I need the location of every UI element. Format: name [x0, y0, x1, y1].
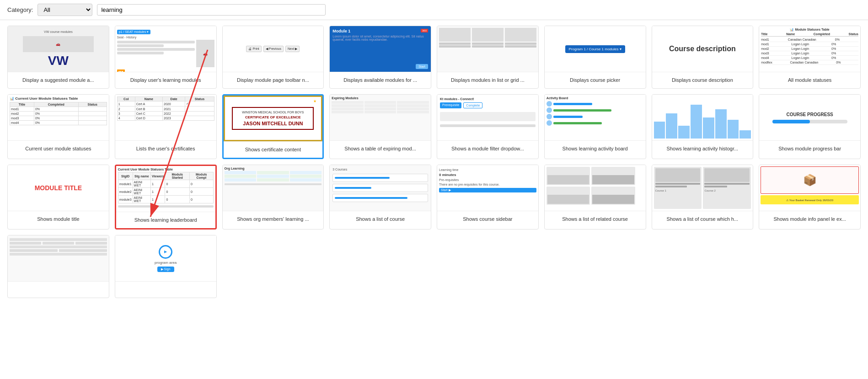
card-courses-horizontal[interactable]: Course 1 Course 2 Shows a list of course… [652, 165, 754, 230]
card-org-learning[interactable]: Org Learning [222, 165, 324, 230]
ol-cell-8 [257, 178, 289, 181]
cl-bar-2 [335, 187, 371, 189]
certs-th-3: Date [163, 97, 185, 101]
cs-row-2: mod20% [10, 112, 107, 116]
lb-th-started: Moduls Started [165, 172, 190, 180]
thumb-cur-statuses: 📊 Current User Module Statuses Table Tit… [8, 95, 109, 140]
mt-text: MODULE TITLE [35, 184, 82, 192]
card-user-certificates[interactable]: ColNameDateStatus 1Cert A2020✓ 2Cert B20… [115, 94, 217, 159]
exp-cell-8 [364, 107, 396, 110]
card-available-modules[interactable]: Module 1 360 Lorem ipsum dolor sit amet,… [329, 26, 431, 89]
card-thumb-course-sidebar: Learning time 0 minutes Pre-requisites T… [437, 165, 538, 211]
ab-title: Activity Board [547, 96, 644, 100]
cs-start-btn[interactable]: Start ▶ [439, 188, 536, 192]
card-leaderboard[interactable]: Current User Module Statuses Table StgID… [115, 165, 217, 230]
card-expiring-modules[interactable]: Expiring Modules [329, 94, 431, 159]
exp-cell-3 [397, 101, 429, 104]
fdd-row-1: Prerequisite Complete [440, 102, 536, 108]
card-label-module-title: Shows module title [8, 211, 109, 227]
card-course-description[interactable]: Course description Displays course descr… [652, 26, 754, 89]
tbtn-print: 🖨 Print [246, 46, 261, 52]
ab-bar-3 [553, 116, 583, 118]
card-activity-histogram[interactable]: Shows learning activity histogr... [652, 94, 754, 159]
exp-cell-4 [332, 104, 364, 107]
cl-item-3 [332, 194, 428, 202]
card-cert-content[interactable]: ★ WINSTON MEDICAL SCHOOL FOR BOYS CERTIF… [222, 94, 324, 159]
card-related-courses[interactable]: Shows a list of related course [544, 165, 646, 230]
cs-row-3: mod30% [10, 116, 107, 121]
exp-cell-5 [364, 104, 396, 107]
thumb-course-list: 3 Courses [330, 165, 431, 211]
ch-img-2 [704, 168, 750, 182]
card-partial-1[interactable] [7, 235, 109, 298]
cl-item-2 [332, 184, 428, 192]
ab-bar-4 [553, 122, 602, 124]
ch-line-1 [655, 183, 701, 185]
module1-start: Start [416, 64, 428, 69]
ab-row-1 [547, 101, 644, 107]
card-label-toolbar: Display module page toolbar n... [223, 72, 324, 88]
card-label-picker: Displays course picker [545, 72, 646, 88]
category-select[interactable]: All Learning Admin User [38, 4, 92, 16]
mi-box: 📦 [761, 166, 859, 194]
card-label-activity-hist: Shows learning activity histogr... [652, 140, 753, 157]
certs-row-1: 1Cert A2020✓ [117, 101, 214, 107]
card-thumb-course-desc: Course description [652, 26, 753, 72]
card-filter-dropdown[interactable]: Kt modules - Connect! Prerequisite Compl… [437, 94, 539, 159]
st-header: Title Name Completed Status [761, 32, 858, 37]
ch-line-3 [704, 183, 750, 185]
card-course-sidebar[interactable]: Learning time 0 minutes Pre-requisites T… [437, 165, 539, 230]
card-label-module-info: Shows module info panel le ex... [759, 211, 860, 227]
card-course-list[interactable]: 3 Courses Shows a list of course [329, 165, 431, 230]
cs-title: 📊 Current User Module Statuses Table [10, 96, 107, 101]
mi-warn: ⚠ Your Basket Renewal Only 26/03/20 [786, 198, 833, 202]
card-module-toolbar[interactable]: 🖨 Print ◀ Previous Next ▶ Display module… [222, 26, 324, 89]
gl-line-4 [472, 45, 504, 48]
card-suggested-module[interactable]: VW course modules 🚗 VW Display a suggest… [7, 26, 109, 89]
search-input[interactable] [97, 4, 326, 16]
card-activity-board[interactable]: Activity Board [544, 94, 646, 159]
card-module-title[interactable]: MODULE TITLE Shows module title [7, 165, 109, 230]
p1-line-2 [10, 246, 107, 248]
p2-btn[interactable]: ▶ Sign [157, 267, 174, 272]
lb-th-viewers: Viewers [151, 172, 165, 180]
card-modules-list-grid[interactable]: Displays modules in list or grid ... [437, 26, 539, 89]
card-cur-statuses[interactable]: 📊 Current User Module Statuses Table Tit… [7, 94, 109, 159]
grid-list-col-2 [472, 28, 504, 48]
certs-table: ColNameDateStatus 1Cert A2020✓ 2Cert B20… [117, 96, 214, 121]
thumb-modules-content: 🚗 [117, 40, 214, 67]
card-thumb-toolbar: 🖨 Print ◀ Previous Next ▶ [223, 26, 324, 72]
st-col-status: Status [849, 32, 858, 36]
p2-circle: ▶ [159, 245, 172, 259]
card-label-partial-1 [8, 281, 109, 298]
p1-cell-5 [59, 249, 107, 252]
card-course-picker[interactable]: Program 1 / Course 1 modules ▾ Displays … [544, 26, 646, 89]
st-row-2: mod1Logan Login0% [761, 42, 858, 47]
card-label-filter-drop: Shows a module filter dropdow... [437, 140, 538, 157]
card-partial-2[interactable]: ▶ program area ▶ Sign [115, 235, 217, 298]
thumb-filter-drop: Kt modules - Connect! Prerequisite Compl… [437, 95, 538, 140]
card-thumb-courses-h: Course 1 Course 2 [652, 165, 753, 211]
fdd-btn-prerequisite: Prerequisite [440, 102, 461, 108]
thumb-line-4 [117, 52, 164, 54]
ol-title: Org Learning [225, 167, 322, 170]
thumb-course-desc: Course description [652, 26, 753, 72]
ol-cell-4 [225, 175, 257, 178]
card-module-progress[interactable]: COURSE PROGRESS Shows module progress ba… [759, 94, 861, 159]
card-label-leaderboard: Shows learning leaderboard [116, 212, 215, 228]
ab-row-3 [547, 114, 644, 119]
exp-cell-9 [397, 107, 429, 110]
ch-line-2 [655, 186, 687, 187]
card-label-learning-modules: Display user's learning modules [115, 72, 216, 88]
card-all-statuses[interactable]: 📊 Module Statuses Table Title Name Compl… [759, 26, 861, 89]
card-thumb-partial-1 [8, 235, 109, 281]
st-row-6: modflexCanadian Canadian0% [761, 60, 858, 65]
card-thumb-picker: Program 1 / Course 1 modules ▾ [545, 26, 646, 72]
card-label-course-sidebar: Shows course sidebar [437, 211, 538, 227]
thumb-partial1 [8, 235, 109, 281]
gl-line-5 [505, 43, 536, 45]
card-learning-modules[interactable]: p1 / SEAT modules ▾ Seat - History 🚗 [115, 26, 217, 89]
card-module-info[interactable]: 📦 ⚠ Your Basket Renewal Only 26/03/20 Sh… [759, 165, 861, 230]
thumb-related-courses [545, 165, 646, 211]
p1-cell-2 [43, 242, 74, 245]
